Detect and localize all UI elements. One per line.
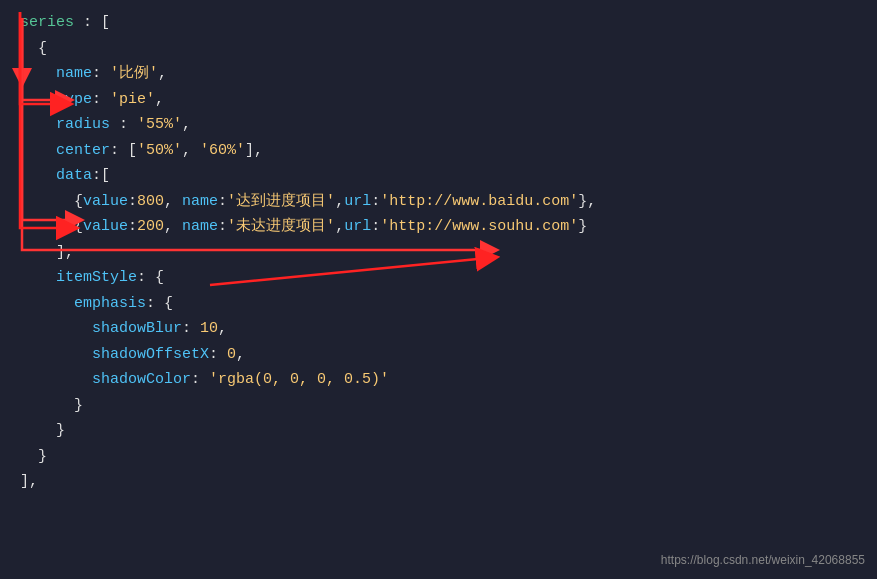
code-line-10: ], xyxy=(20,240,857,266)
code-line-9: {value:200, name:'未达进度项目',url:'http://ww… xyxy=(20,214,857,240)
code-line-13: shadowBlur: 10, xyxy=(20,316,857,342)
code-line-14: shadowOffsetX: 0, xyxy=(20,342,857,368)
code-line-19: ], xyxy=(20,469,857,495)
code-line-3: name: '比例', xyxy=(20,61,857,87)
code-line-1: series : [ xyxy=(20,10,857,36)
code-line-18: } xyxy=(20,444,857,470)
code-line-12: emphasis: { xyxy=(20,291,857,317)
code-block: series : [ { name: '比例', type: 'pie', ra… xyxy=(0,0,877,579)
code-line-4: type: 'pie', xyxy=(20,87,857,113)
code-line-16: } xyxy=(20,393,857,419)
code-line-2: { xyxy=(20,36,857,62)
code-line-8: {value:800, name:'达到进度项目',url:'http://ww… xyxy=(20,189,857,215)
code-line-11: itemStyle: { xyxy=(20,265,857,291)
code-line-5: radius : '55%', xyxy=(20,112,857,138)
watermark: https://blog.csdn.net/weixin_42068855 xyxy=(661,553,865,567)
code-line-17: } xyxy=(20,418,857,444)
code-line-6: center: ['50%', '60%'], xyxy=(20,138,857,164)
code-line-15: shadowColor: 'rgba(0, 0, 0, 0.5)' xyxy=(20,367,857,393)
code-line-7: data:[ xyxy=(20,163,857,189)
code-content: series : [ { name: '比例', type: 'pie', ra… xyxy=(20,10,857,495)
